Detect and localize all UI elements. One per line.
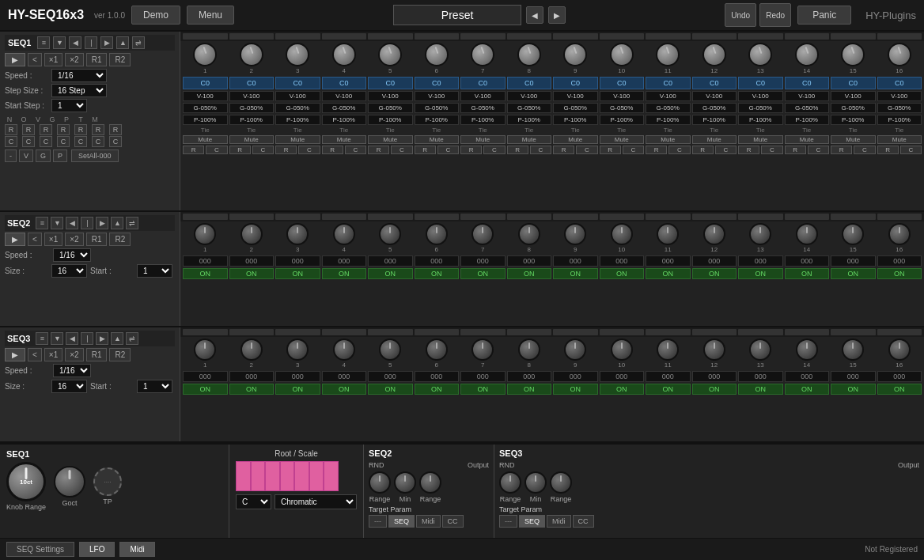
seq1-mute-button[interactable]: Mute: [229, 135, 275, 144]
seq3-on-button[interactable]: ON: [831, 384, 876, 395]
seq3-val-cell[interactable]: 000: [507, 371, 552, 382]
seq2-lt-button[interactable]: <: [28, 233, 42, 246]
seq2-step-slider[interactable]: [831, 214, 876, 220]
seq1-note-button[interactable]: C0: [646, 77, 691, 89]
seq1-mute-button[interactable]: Mute: [553, 135, 598, 144]
seq1-tie-cell[interactable]: Tie: [600, 127, 645, 134]
seq3-val-cell[interactable]: 000: [183, 371, 228, 382]
seq1-n-c-button[interactable]: C: [5, 136, 17, 147]
seq1-tie-cell[interactable]: Tie: [831, 127, 876, 134]
scale-type-select[interactable]: ChromaticMajorMinor: [275, 494, 357, 509]
seq1-step-slider[interactable]: [460, 33, 506, 40]
seq2-step-slider[interactable]: [507, 214, 552, 220]
seq2-down-icon[interactable]: ▼: [51, 217, 63, 229]
seq2-val-cell[interactable]: 000: [229, 255, 275, 267]
seq2-on-button[interactable]: ON: [275, 268, 320, 279]
seq1-note-button[interactable]: C0: [368, 77, 413, 89]
seq2-right-icon[interactable]: ▶: [96, 217, 108, 229]
seq1-step-slider[interactable]: [600, 33, 645, 40]
seq1-mute-button[interactable]: Mute: [183, 135, 228, 144]
seq3-output-range-knob[interactable]: [550, 471, 572, 494]
seq2-step-knob[interactable]: [703, 223, 725, 245]
seq2-dash-button[interactable]: ---: [369, 515, 387, 528]
seq2-on-button[interactable]: ON: [692, 268, 737, 279]
seq2-on-button[interactable]: ON: [368, 268, 413, 279]
seq1-setall-button[interactable]: SetAll-000: [71, 149, 119, 162]
seq1-r-step-button[interactable]: R: [877, 146, 899, 154]
seq3-step-knob[interactable]: [611, 339, 633, 361]
seq3-step-knob[interactable]: [518, 339, 540, 361]
seq1-right-icon[interactable]: ▶: [100, 36, 113, 49]
demo-button[interactable]: Demo: [131, 6, 180, 25]
seq1-c-step-button[interactable]: C: [530, 146, 551, 154]
seq1-step-slider[interactable]: [322, 33, 367, 40]
seq1-step-slider[interactable]: [229, 33, 275, 40]
seq3-midi-button[interactable]: Midi: [547, 515, 571, 528]
seq3-step-knob[interactable]: [240, 339, 263, 361]
seq3-on-button[interactable]: ON: [322, 384, 367, 395]
seq1-tie-cell[interactable]: Tie: [738, 127, 783, 134]
seq2-on-button[interactable]: ON: [507, 268, 552, 279]
seq2-on-button[interactable]: ON: [831, 268, 876, 279]
seq1-step-knob[interactable]: [378, 43, 402, 66]
seq1-g-c-button[interactable]: C: [57, 136, 70, 147]
seq2-r1-button[interactable]: R1: [86, 233, 108, 246]
seq2-up-icon[interactable]: ▲: [111, 217, 123, 229]
seq1-step-slider[interactable]: [507, 33, 552, 40]
seq1-tie-cell[interactable]: Tie: [646, 127, 691, 134]
seq1-step-knob[interactable]: [656, 43, 680, 66]
seq1-r1-button[interactable]: R1: [86, 53, 108, 66]
seq1-step-slider[interactable]: [831, 33, 876, 40]
seq3-val-cell[interactable]: 000: [831, 371, 876, 382]
seq2-val-cell[interactable]: 000: [368, 255, 413, 267]
seq1-v-button[interactable]: V: [19, 149, 33, 162]
seq2-step-slider[interactable]: [553, 214, 598, 220]
seq2-val-cell[interactable]: 000: [415, 255, 460, 267]
seq1-m-c-button[interactable]: C: [109, 136, 122, 147]
seq1-note-button[interactable]: C0: [877, 77, 922, 89]
seq2-step-slider[interactable]: [600, 214, 645, 220]
seq1-step-slider[interactable]: [275, 33, 320, 40]
seq2-shuffle-icon[interactable]: ⇌: [126, 217, 138, 229]
seq1-c-step-button[interactable]: C: [900, 146, 922, 154]
seq3-down-icon[interactable]: ▼: [51, 332, 63, 345]
seq3-on-button[interactable]: ON: [738, 384, 783, 395]
seq1-v-c-button[interactable]: C: [40, 136, 52, 147]
seq1-step-slider[interactable]: [415, 33, 460, 40]
preset-next-button[interactable]: ▶: [548, 6, 566, 24]
seq2-output-min-knob[interactable]: [394, 471, 416, 494]
seq1-c-step-button[interactable]: C: [252, 146, 274, 154]
seq1-r-step-button[interactable]: R: [460, 146, 482, 154]
seq1-speed-select[interactable]: 1/161/81/4: [51, 69, 107, 82]
seq2-step-knob[interactable]: [240, 223, 263, 245]
seq1-r-step-button[interactable]: R: [183, 146, 204, 154]
seq2-step-slider[interactable]: [692, 214, 737, 220]
seq1-c-step-button[interactable]: C: [483, 146, 505, 154]
seq2-step-slider[interactable]: [738, 214, 783, 220]
seq3-step-slider[interactable]: [229, 329, 275, 335]
seq1-play-button[interactable]: ▶: [5, 53, 25, 66]
preset-prev-button[interactable]: ◀: [526, 6, 543, 24]
seq1-mute-button[interactable]: Mute: [507, 135, 552, 144]
seq1-step-knob[interactable]: [517, 43, 541, 66]
seq1-p-r-button[interactable]: R: [74, 124, 87, 135]
seq3-shuffle-icon[interactable]: ⇌: [126, 332, 138, 345]
seq1-mute-button[interactable]: Mute: [877, 135, 922, 144]
seq2-step-knob[interactable]: [286, 223, 309, 245]
seq2-on-button[interactable]: ON: [738, 268, 783, 279]
seq1-tie-cell[interactable]: Tie: [368, 127, 413, 134]
piano-d-key[interactable]: [251, 461, 266, 491]
seq1-step-knob[interactable]: [610, 43, 634, 66]
seq1-startstep-select[interactable]: 12: [51, 99, 87, 112]
seq1-step-knob[interactable]: [748, 43, 772, 66]
seq2-val-cell[interactable]: 000: [646, 255, 691, 267]
seq3-val-cell[interactable]: 000: [460, 371, 506, 382]
seq1-lt-button[interactable]: <: [28, 53, 42, 66]
seq3-step-knob[interactable]: [657, 339, 679, 361]
seq2-step-knob[interactable]: [379, 223, 401, 245]
seq2-step-knob[interactable]: [194, 223, 216, 245]
seq1-m-r-button[interactable]: R: [109, 124, 122, 135]
seq2-x1-button[interactable]: ×1: [44, 233, 62, 246]
midi-tab-button[interactable]: Midi: [119, 542, 154, 557]
seq3-step-slider[interactable]: [738, 329, 783, 335]
